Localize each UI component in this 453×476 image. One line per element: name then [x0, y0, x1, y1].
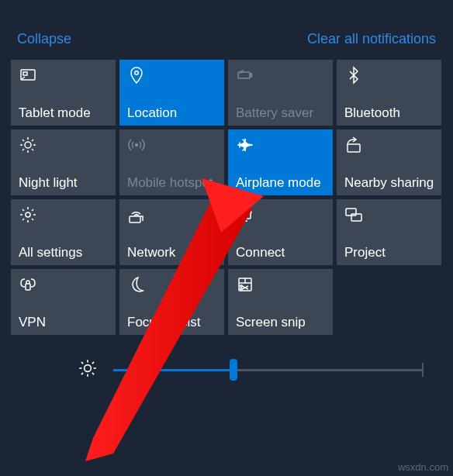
vpn-icon	[19, 275, 108, 295]
svg-line-33	[81, 362, 83, 364]
svg-line-10	[22, 140, 24, 141]
location-icon	[127, 66, 216, 86]
action-center-header: Collapse Clear all notifications	[0, 0, 453, 60]
svg-line-12	[22, 149, 24, 150]
brightness-slider-fill	[113, 369, 233, 371]
tile-label: Connect	[236, 245, 325, 260]
tile-network[interactable]: Network	[119, 199, 224, 265]
svg-line-13	[32, 140, 33, 141]
tile-airplane-mode[interactable]: Airplane mode	[228, 129, 333, 195]
svg-point-27	[240, 288, 243, 291]
tile-label: Bluetooth	[344, 105, 434, 121]
snip-icon	[236, 275, 325, 295]
svg-line-34	[92, 373, 94, 374]
tile-label: Screen snip	[236, 315, 325, 330]
clear-notifications-link[interactable]: Clear all notifications	[307, 31, 436, 47]
tile-location[interactable]: Location	[119, 60, 224, 126]
gear-icon	[19, 205, 108, 226]
svg-point-14	[136, 144, 138, 147]
tile-label: VPN	[19, 315, 108, 330]
brightness-row	[0, 335, 453, 389]
svg-rect-3	[238, 72, 250, 78]
bluetooth-icon	[344, 66, 434, 86]
tile-connect[interactable]: Connect	[228, 199, 333, 265]
watermark: wsxdn.com	[398, 461, 448, 473]
svg-point-5	[25, 142, 31, 148]
tile-label: Airplane mode	[236, 175, 325, 191]
tile-bluetooth[interactable]: Bluetooth	[337, 60, 441, 126]
tile-all-settings[interactable]: All settings	[11, 199, 116, 265]
tile-battery-saver[interactable]: Battery saver	[228, 60, 333, 126]
tile-label: Focus assist	[127, 315, 216, 330]
tile-nearby-sharing[interactable]: Nearby sharing	[337, 129, 441, 195]
tile-label: Battery saver	[236, 105, 325, 121]
tile-tablet-mode[interactable]: Tablet mode	[11, 60, 116, 126]
quick-actions-grid: Tablet modeLocationBattery saverBluetoot…	[0, 60, 453, 335]
collapse-link[interactable]: Collapse	[17, 31, 71, 47]
svg-point-16	[26, 212, 30, 217]
brightness-icon	[78, 358, 98, 381]
svg-point-28	[85, 365, 92, 372]
tile-label: Mobile hotspot	[127, 175, 216, 191]
moon-icon	[127, 275, 216, 295]
tile-project[interactable]: Project	[337, 199, 441, 265]
project-icon	[344, 205, 434, 226]
tile-label: Nearby sharing	[344, 175, 434, 191]
tile-label: Tablet mode	[19, 105, 108, 121]
wifi-icon	[127, 205, 216, 226]
svg-line-35	[81, 373, 83, 374]
tile-vpn[interactable]: VPN	[11, 269, 116, 335]
svg-rect-1	[23, 72, 27, 75]
hotspot-icon	[127, 136, 216, 156]
tile-screen-snip[interactable]: Screen snip	[228, 269, 333, 335]
svg-rect-17	[130, 216, 140, 222]
sun-icon	[19, 136, 108, 156]
tile-label: Location	[127, 105, 216, 121]
airplane-icon	[236, 136, 325, 156]
tile-night-light[interactable]: Night light	[11, 129, 116, 195]
tile-label: Network	[127, 245, 216, 260]
tile-mobile-hotspot[interactable]: Mobile hotspot	[119, 129, 224, 195]
share-icon	[344, 136, 434, 156]
battery-icon	[236, 66, 325, 86]
svg-line-36	[92, 362, 94, 364]
brightness-slider-end-tick	[422, 363, 424, 377]
brightness-slider[interactable]	[113, 369, 422, 371]
tile-label: Night light	[19, 175, 108, 191]
tile-label: All settings	[19, 245, 108, 260]
brightness-slider-thumb[interactable]	[230, 359, 237, 381]
tile-label: Project	[344, 245, 434, 260]
svg-rect-22	[26, 284, 30, 290]
svg-rect-4	[251, 74, 252, 77]
tablet-icon	[19, 66, 108, 86]
svg-rect-15	[348, 144, 360, 152]
svg-point-26	[240, 285, 243, 288]
connect-icon	[236, 205, 325, 226]
svg-point-2	[135, 71, 139, 75]
tile-focus-assist[interactable]: Focus assist	[119, 269, 224, 335]
svg-line-11	[32, 149, 33, 150]
